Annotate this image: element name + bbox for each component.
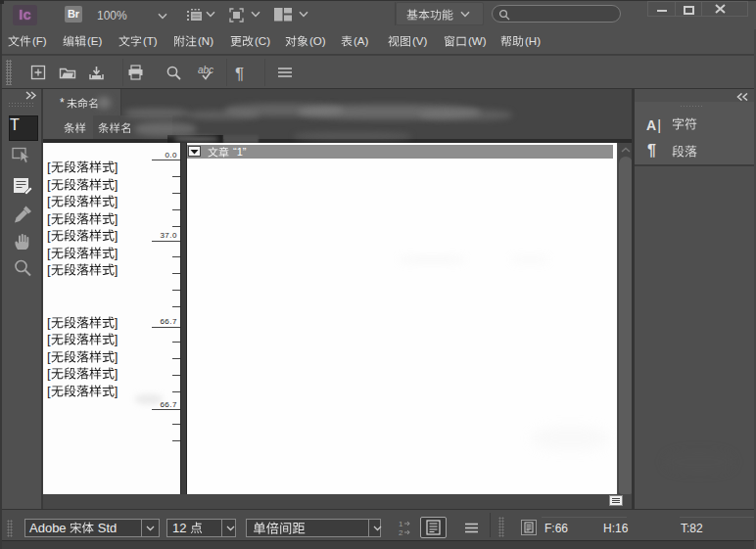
svg-text:abc: abc <box>198 65 213 75</box>
svg-text:1: 1 <box>399 520 403 528</box>
svg-text:¶: ¶ <box>235 65 244 82</box>
svg-text:2: 2 <box>399 528 403 537</box>
